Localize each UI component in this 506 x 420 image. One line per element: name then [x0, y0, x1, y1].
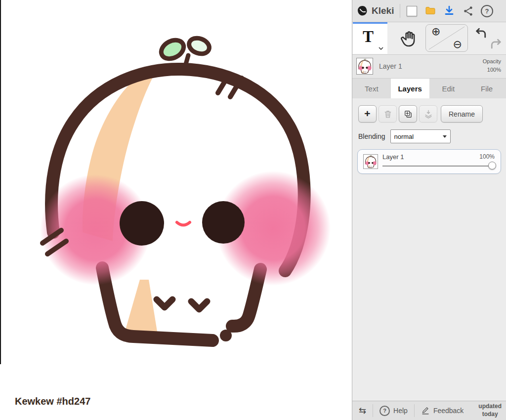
top-toolbar: Kleki: [352, 0, 506, 22]
help-glyph: ?: [485, 7, 489, 15]
download-icon: [443, 5, 455, 17]
new-image-button[interactable]: [402, 1, 421, 20]
updated-status: updated today: [474, 403, 506, 418]
trash-icon: [383, 109, 393, 119]
pencil-icon: [421, 406, 430, 415]
feedback-label: Feedback: [433, 407, 464, 415]
blending-value: normal: [394, 133, 414, 140]
layer-item[interactable]: Layer 1 100%: [357, 149, 501, 174]
duplicate-icon: [403, 109, 413, 119]
swap-icon: ⇆: [359, 405, 366, 416]
layer-preview-art: [357, 59, 372, 74]
redo-button[interactable]: [489, 37, 503, 51]
side-panel: Kleki: [352, 0, 506, 420]
swap-colors-button[interactable]: ⇆: [352, 401, 373, 420]
help-button[interactable]: ?: [477, 1, 496, 20]
open-file-button[interactable]: [421, 1, 440, 20]
toolbar-separator: [400, 4, 400, 18]
text-tool-button[interactable]: T: [353, 22, 387, 54]
redo-icon: [492, 40, 500, 48]
layer-preview-row: Layer 1 Opacity 100%: [352, 55, 506, 79]
canvas-artwork: [0, 0, 351, 376]
help-bottom-button[interactable]: ? Help: [373, 401, 414, 420]
folder-icon: [424, 5, 436, 17]
layer-preview-name: Layer 1: [379, 62, 402, 70]
bottom-bar: ⇆ ? Help Feedback updated: [352, 401, 506, 420]
text-tool-label: T: [353, 28, 383, 46]
help-label: Help: [393, 407, 408, 415]
share-icon: [463, 5, 474, 17]
help-circle-icon: ?: [380, 406, 390, 416]
delete-layer-button[interactable]: [379, 105, 397, 123]
layer-opacity-readout: Opacity 100%: [483, 57, 501, 74]
kleki-app: Kewkew #hd247 Kleki: [0, 0, 506, 420]
help-icon: ?: [481, 5, 493, 17]
layer-opacity-value: 100%: [479, 153, 495, 160]
layer-thumbnail: [363, 154, 378, 169]
hand-tool-button[interactable]: [400, 29, 419, 48]
opacity-slider-track[interactable]: [382, 166, 489, 167]
plus-icon: +: [364, 108, 370, 120]
tab-layers[interactable]: Layers: [391, 79, 429, 98]
tab-file[interactable]: File: [467, 79, 506, 98]
layer-name: Layer 1: [382, 153, 404, 161]
artist-signature: Kewkew #hd247: [15, 396, 90, 407]
help-glyph: ?: [383, 408, 386, 414]
select-caret-icon: [443, 135, 447, 138]
kleki-logo-text: Kleki: [372, 5, 394, 16]
layer-preview-thumbnail[interactable]: [356, 58, 373, 75]
updated-line1: updated: [478, 403, 502, 411]
blending-label: Blending: [358, 132, 385, 140]
blending-row: Blending normal: [352, 123, 506, 143]
tab-edit[interactable]: Edit: [429, 79, 468, 98]
share-button[interactable]: [459, 1, 477, 20]
undo-button[interactable]: [474, 26, 488, 40]
drawing-canvas[interactable]: Kewkew #hd247: [0, 0, 352, 420]
tab-text[interactable]: Text: [352, 79, 391, 98]
layer-actions-row: +: [352, 98, 506, 123]
merge-down-icon: [423, 109, 433, 119]
updated-line2: today: [478, 411, 502, 419]
merge-layer-button[interactable]: [419, 105, 437, 123]
layers-panel: +: [352, 98, 506, 401]
new-file-icon: [407, 6, 417, 16]
opacity-value: 100%: [483, 66, 501, 74]
zoom-control: ⊕ ⊖: [425, 24, 468, 52]
blending-select[interactable]: normal: [390, 129, 451, 143]
layer-thumbnail-art: [364, 155, 377, 168]
undo-icon: [477, 29, 485, 37]
kleki-logo-icon: [356, 5, 369, 17]
tool-row: T ⊕ ⊖: [352, 22, 506, 55]
kleki-logo: Kleki: [354, 5, 398, 17]
canvas-edge-line: [0, 0, 1, 364]
rename-layer-button[interactable]: Rename: [441, 105, 483, 123]
feedback-button[interactable]: Feedback: [415, 401, 470, 420]
duplicate-layer-button[interactable]: [399, 105, 417, 123]
zoom-in-button[interactable]: ⊕: [431, 25, 440, 38]
opacity-label: Opacity: [483, 57, 501, 66]
add-layer-button[interactable]: +: [358, 105, 377, 123]
chevron-down-icon[interactable]: [379, 47, 383, 50]
panel-tabs: Text Layers Edit File: [352, 79, 506, 98]
opacity-slider-knob[interactable]: [488, 162, 496, 169]
hand-icon: [401, 32, 414, 46]
save-button[interactable]: [440, 1, 459, 20]
zoom-out-button[interactable]: ⊖: [453, 38, 462, 51]
